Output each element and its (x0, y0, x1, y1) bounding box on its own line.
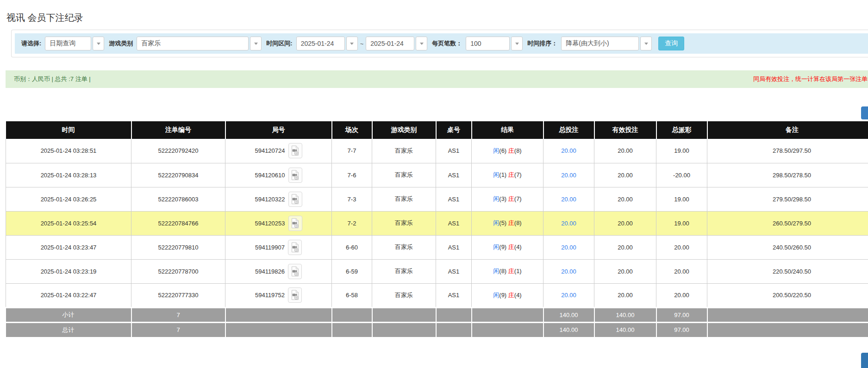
column-header-1: 时间 (6, 121, 131, 139)
chevron-down-icon[interactable] (250, 37, 262, 50)
cell-table: AS1 (436, 163, 472, 187)
chevron-down-icon[interactable] (416, 37, 427, 50)
banker-result: 庄 (508, 219, 514, 226)
cell-game: 百家乐 (372, 211, 436, 235)
grand-total-row-cell-7 (472, 322, 543, 337)
date-to-select[interactable]: 2025-01-24 (366, 37, 414, 50)
date-from-value: 2025-01-24 (301, 40, 334, 47)
banker-result: 庄 (508, 292, 514, 299)
player-count: (3) (499, 195, 506, 202)
player-count: (9) (499, 243, 506, 250)
subtotal-row-cell-1: 小计 (6, 307, 131, 322)
column-header-2: 注单编号 (131, 121, 225, 139)
cell-time: 2025-01-24 03:25:54 (6, 211, 131, 235)
banker-result: 庄 (508, 268, 514, 274)
summary-currency-count: 币别：人民币 | 总共 :7 注单 | (14, 75, 91, 83)
total-bet-link[interactable]: 20.00 (561, 268, 576, 275)
chevron-down-icon[interactable] (511, 37, 523, 50)
cell-result: 闲(1) 庄(7) (472, 163, 543, 187)
subtotal-row-cell-3 (225, 307, 332, 322)
caret-icon (515, 43, 519, 45)
bet-record-row[interactable]: 2025-01-24 03:23:47522220779810594119907… (6, 235, 868, 259)
total-bet-link[interactable]: 20.00 (561, 196, 576, 203)
video-file-glyph (291, 242, 300, 253)
cell-result: 闲(6) 庄(8) (472, 139, 543, 163)
bet-record-row[interactable]: 2025-01-24 03:26:25522220786003594120322… (6, 187, 868, 211)
column-header-4: 场次 (332, 121, 372, 139)
subtotal-row-cell-6 (436, 307, 472, 322)
grand-total-row-cell-2: 7 (131, 322, 225, 337)
total-bet-link[interactable]: 20.00 (561, 220, 576, 227)
time-range-label: 时间区间: (266, 39, 292, 48)
chevron-down-icon[interactable] (93, 37, 104, 50)
subtotal-row-cell-9: 140.00 (594, 307, 656, 322)
video-replay-icon[interactable] (288, 264, 302, 279)
total-bet-link[interactable]: 20.00 (561, 147, 576, 154)
cell-bet-id: 522220786003 (131, 187, 225, 211)
subtotal-row-cell-5 (372, 307, 436, 322)
subtotal-row-cell-7 (472, 307, 543, 322)
video-replay-icon[interactable] (288, 240, 302, 255)
round-number: 594120610 (255, 172, 285, 179)
time-sort-select[interactable]: 降幕(由大到小) (561, 37, 639, 50)
game-type-select[interactable]: 百家乐 (137, 37, 249, 50)
floating-widget-button[interactable] (861, 353, 868, 368)
query-type-select[interactable]: 日期查询 (45, 37, 91, 50)
grand-total-row-cell-4 (332, 322, 372, 337)
video-replay-icon[interactable] (288, 192, 302, 207)
cell-note: 260.50/279.50 (707, 211, 868, 235)
per-page-select[interactable]: 100 (466, 37, 510, 50)
floating-widget-button[interactable] (861, 106, 868, 119)
round-number: 594120322 (255, 196, 285, 203)
player-result: 闲 (493, 195, 499, 202)
video-replay-icon[interactable] (288, 168, 302, 183)
video-replay-icon[interactable] (288, 143, 302, 158)
cell-valid-bet: 20.00 (594, 187, 656, 211)
bet-record-row[interactable]: 2025-01-24 03:22:47522220777330594119752… (6, 283, 868, 307)
cell-time: 2025-01-24 03:28:51 (6, 139, 131, 163)
banker-count: (8) (514, 147, 522, 154)
video-file-glyph (291, 218, 300, 229)
summary-notice: 同局有效投注，统一计算在该局第一张注单中 (753, 75, 868, 83)
grand-total-row-cell-9: 140.00 (594, 322, 656, 337)
player-count: (6) (499, 147, 506, 154)
cell-game: 百家乐 (372, 187, 436, 211)
cell-total-bet: 20.00 (543, 259, 594, 283)
bet-record-row[interactable]: 2025-01-24 03:28:51522220792420594120724… (6, 139, 868, 163)
player-count: (1) (499, 171, 506, 178)
date-from-select[interactable]: 2025-01-24 (296, 37, 345, 50)
chevron-down-icon[interactable] (640, 37, 652, 50)
bet-record-row[interactable]: 2025-01-24 03:28:13522220790834594120610… (6, 163, 868, 187)
cell-valid-bet: 20.00 (594, 259, 656, 283)
cell-valid-bet: 20.00 (594, 139, 656, 163)
cell-total-bet: 20.00 (543, 187, 594, 211)
query-type-label: 请选择: (21, 39, 41, 48)
grand-total-row-cell-11 (707, 322, 868, 337)
grand-total-row-cell-1: 总计 (6, 322, 131, 337)
cell-bet-id: 522220790834 (131, 163, 225, 187)
table-header-row: 时间注单编号局号场次游戏类别桌号结果总投注有效投注总派彩备注 (6, 121, 868, 139)
total-bet-link[interactable]: 20.00 (561, 292, 576, 299)
cell-session: 7-7 (332, 139, 372, 163)
video-replay-icon[interactable] (288, 287, 302, 303)
banker-count: (8) (514, 219, 522, 226)
subtotal-row-cell-11 (707, 307, 868, 322)
video-replay-icon[interactable] (288, 216, 302, 231)
bet-record-row[interactable]: 2025-01-24 03:23:19522220778700594119826… (6, 259, 868, 283)
cell-note: 200.50/220.50 (707, 283, 868, 307)
query-button[interactable]: 查询 (658, 37, 684, 50)
cell-note: 279.50/298.50 (707, 187, 868, 211)
subtotal-row: 小计7140.00140.0097.00 (6, 307, 868, 322)
game-type-label: 游戏类别 (109, 39, 133, 48)
chevron-down-icon[interactable] (346, 37, 358, 50)
total-bet-link[interactable]: 20.00 (561, 244, 576, 251)
cell-bet-id: 522220784766 (131, 211, 225, 235)
range-separator: ~ (360, 40, 364, 47)
time-sort-value: 降幕(由大到小) (566, 39, 609, 48)
cell-bet-id: 522220778700 (131, 259, 225, 283)
cell-result: 闲(3) 庄(7) (472, 187, 543, 211)
cell-round: 594119826 (225, 259, 332, 283)
column-header-9: 有效投注 (594, 121, 656, 139)
total-bet-link[interactable]: 20.00 (561, 172, 576, 179)
bet-record-row[interactable]: 2025-01-24 03:25:54522220784766594120253… (6, 211, 868, 235)
